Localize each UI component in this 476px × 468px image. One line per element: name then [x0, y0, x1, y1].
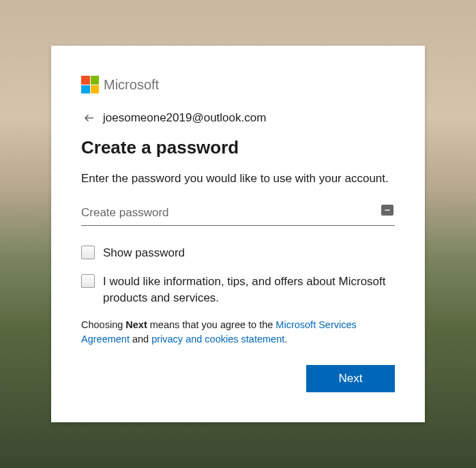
password-manager-icon[interactable] — [381, 205, 393, 216]
identity-email: joesomeone2019@outlook.com — [103, 111, 266, 125]
show-password-label[interactable]: Show password — [103, 245, 185, 261]
next-button[interactable]: Next — [306, 365, 395, 392]
legal-prefix: Choosing — [81, 319, 125, 330]
marketing-optin-checkbox[interactable] — [81, 274, 95, 288]
password-input[interactable] — [81, 202, 395, 226]
signup-card: Microsoft joesomeone2019@outlook.com Cre… — [51, 46, 425, 422]
legal-and: and — [130, 334, 151, 345]
page-title: Create a password — [81, 137, 395, 158]
brand-name: Microsoft — [104, 77, 159, 93]
password-field-wrap — [81, 202, 395, 226]
identity-row: joesomeone2019@outlook.com — [81, 110, 395, 126]
privacy-statement-link[interactable]: privacy and cookies statement — [151, 334, 284, 345]
page-description: Enter the password you would like to use… — [81, 171, 395, 187]
button-row: Next — [81, 365, 395, 392]
marketing-optin-label[interactable]: I would like information, tips, and offe… — [103, 274, 395, 306]
legal-mid: means that you agree to the — [147, 319, 276, 330]
microsoft-logo-icon — [81, 76, 99, 93]
back-arrow-icon[interactable] — [81, 110, 98, 126]
marketing-optin-row: I would like information, tips, and offe… — [81, 274, 395, 306]
legal-text: Choosing Next means that you agree to th… — [81, 318, 395, 346]
legal-bold: Next — [125, 319, 147, 330]
show-password-checkbox[interactable] — [81, 246, 95, 259]
show-password-row: Show password — [81, 245, 395, 261]
legal-suffix: . — [284, 334, 287, 345]
brand-row: Microsoft — [81, 76, 395, 93]
